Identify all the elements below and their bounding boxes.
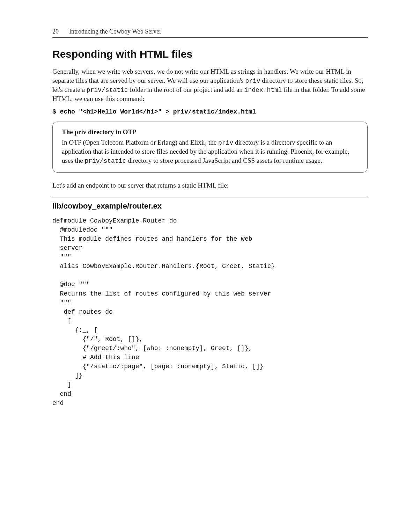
text: folder in the root of our project and ad… [128, 86, 244, 93]
paragraph-1: Generally, when we write web servers, we… [52, 67, 368, 103]
text: directory to store processed JavaScript … [126, 157, 322, 164]
page-number: 20 [52, 28, 59, 35]
inline-code: priv/static [84, 158, 126, 165]
inline-code: index.html [244, 87, 282, 94]
shell-command: $ echo "<h1>Hello World</h1>" > priv/sta… [52, 108, 368, 115]
note-body: In OTP (Open Telecom Platform or Erlang)… [62, 138, 358, 165]
inline-code: priv [245, 78, 260, 85]
note-title: The priv directory in OTP [62, 128, 358, 136]
header-rule [52, 37, 368, 38]
inline-code: priv [218, 139, 233, 146]
code-listing: defmodule CowboyExample.Router do @modul… [52, 216, 368, 408]
note-box: The priv directory in OTP In OTP (Open T… [52, 122, 368, 173]
paragraph-2: Let's add an endpoint to our server that… [52, 181, 368, 190]
text: In OTP (Open Telecom Platform or Erlang)… [62, 139, 218, 146]
inline-code: priv/static [87, 87, 128, 94]
file-rule [52, 197, 368, 197]
file-heading: lib/cowboy_example/router.ex [52, 202, 368, 211]
section-heading: Responding with HTML files [52, 48, 368, 60]
running-header: Introducing the Cowboy Web Server [69, 28, 161, 35]
